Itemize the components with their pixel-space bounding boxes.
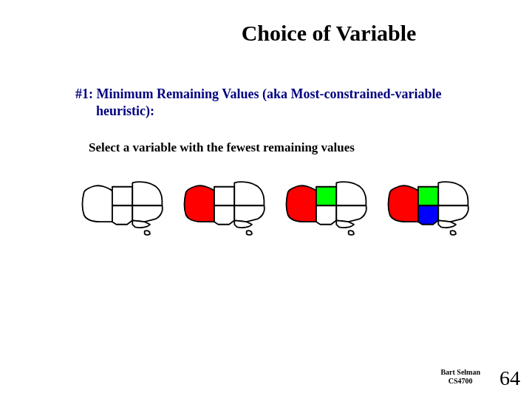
body-text: Select a variable with the fewest remain…: [89, 140, 488, 155]
region-NSW: [234, 205, 265, 222]
region-WA: [389, 185, 418, 222]
region-NT: [112, 187, 132, 206]
footer: Bart Selman CS4700: [440, 368, 480, 386]
region-WA: [83, 185, 112, 222]
region-NT: [418, 187, 438, 206]
region-WA: [185, 185, 214, 222]
region-SA: [316, 205, 336, 225]
region-NSW: [438, 205, 468, 222]
australia-map-1: [80, 177, 174, 238]
region-NT: [214, 187, 234, 206]
region-WA: [287, 185, 316, 222]
region-NSW: [132, 205, 163, 222]
australia-map-3: [284, 177, 378, 238]
region-T: [349, 231, 354, 235]
region-SA: [214, 205, 234, 225]
page-number: 64: [499, 366, 520, 390]
region-Q: [438, 182, 468, 205]
region-SA: [418, 205, 438, 225]
region-Q: [336, 182, 366, 205]
heuristic-heading: #1: Minimum Remaining Values (aka Most-c…: [75, 86, 489, 120]
footer-author: Bart Selman: [440, 368, 480, 377]
map-row: [80, 177, 480, 238]
region-T: [145, 231, 150, 235]
australia-map-2: [182, 177, 276, 238]
region-NSW: [336, 205, 366, 222]
footer-course: CS4700: [440, 377, 480, 386]
australia-map-4: [386, 177, 480, 238]
region-T: [247, 231, 252, 235]
region-Q: [132, 182, 162, 205]
region-SA: [112, 205, 132, 225]
region-T: [451, 231, 456, 235]
slide-title: Choice of Variable: [0, 21, 532, 46]
region-Q: [234, 182, 264, 205]
slide: Choice of Variable #1: Minimum Remaining…: [0, 0, 532, 399]
region-NT: [316, 187, 336, 206]
